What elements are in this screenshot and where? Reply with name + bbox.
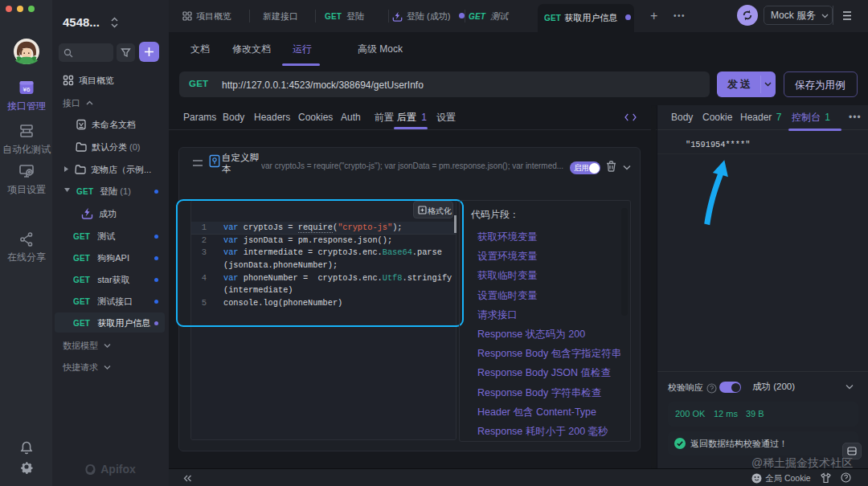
- svg-text:¥6: ¥6: [23, 86, 31, 93]
